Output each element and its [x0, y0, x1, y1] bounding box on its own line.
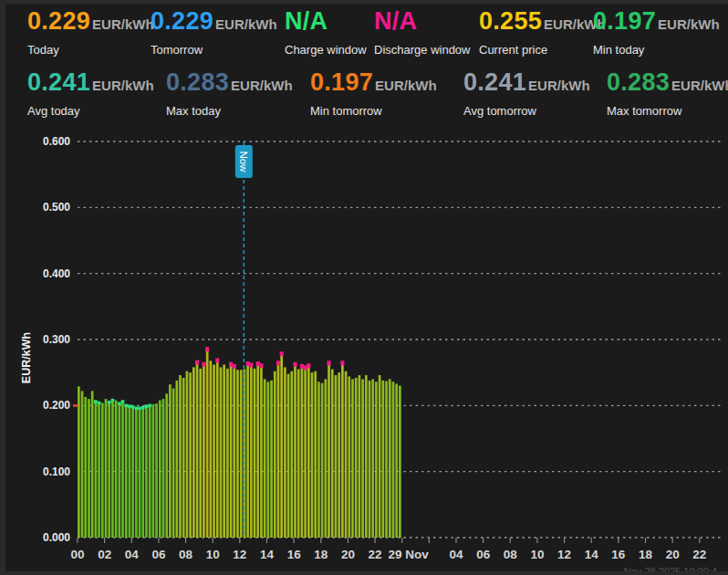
price-bar[interactable] — [351, 379, 354, 538]
price-bar[interactable] — [179, 375, 182, 538]
price-bar[interactable] — [381, 381, 384, 538]
price-bar[interactable] — [290, 371, 293, 538]
price-bar[interactable] — [324, 379, 327, 538]
price-bar[interactable] — [111, 400, 114, 538]
price-bar[interactable] — [226, 369, 229, 538]
price-bar[interactable] — [162, 399, 165, 538]
price-bar[interactable] — [369, 381, 371, 538]
price-bar[interactable] — [348, 377, 350, 538]
price-bar[interactable] — [105, 399, 108, 538]
price-bar[interactable] — [338, 372, 340, 538]
price-bar[interactable] — [260, 367, 263, 538]
price-bar[interactable] — [287, 374, 290, 538]
price-bar[interactable] — [301, 368, 304, 538]
price-bar[interactable] — [254, 369, 256, 538]
price-bar[interactable] — [81, 391, 84, 538]
price-bar[interactable] — [91, 391, 94, 538]
price-bar[interactable] — [240, 370, 243, 538]
price-bar[interactable] — [311, 372, 314, 538]
price-bar[interactable] — [108, 402, 110, 538]
price-bar[interactable] — [256, 365, 259, 538]
price-bar[interactable] — [189, 372, 192, 538]
price-bar[interactable] — [118, 402, 120, 538]
price-bar[interactable] — [165, 393, 168, 538]
price-bar[interactable] — [210, 361, 213, 538]
price-bar[interactable] — [294, 366, 296, 538]
price-bar[interactable] — [267, 382, 270, 538]
price-bar[interactable] — [307, 367, 310, 538]
price-bar[interactable] — [230, 366, 233, 538]
price-bar[interactable] — [159, 401, 161, 538]
price-bar[interactable] — [125, 405, 128, 538]
price-bar[interactable] — [182, 378, 185, 538]
price-bar[interactable] — [395, 383, 398, 538]
price-bar[interactable] — [78, 386, 80, 538]
price-bar[interactable] — [135, 408, 138, 538]
price-bar[interactable] — [196, 364, 199, 538]
price-bar[interactable] — [169, 384, 172, 538]
price-bar[interactable] — [220, 367, 223, 538]
price-bar[interactable] — [233, 368, 235, 538]
stat-max-today: 0.283EUR/kWh Max today — [166, 70, 293, 118]
price-bar[interactable] — [172, 389, 175, 538]
price-bar[interactable] — [115, 401, 118, 538]
price-bar[interactable] — [399, 386, 401, 538]
price-bar[interactable] — [152, 404, 155, 538]
stat-current-price: 0.255EUR/kWh Current price — [479, 9, 606, 57]
price-bar[interactable] — [304, 370, 307, 538]
price-bar[interactable] — [328, 364, 330, 538]
price-bar[interactable] — [84, 397, 87, 538]
peak-cap — [307, 363, 310, 368]
price-bar[interactable] — [155, 403, 158, 538]
price-chart[interactable]: 0.0000.1000.2000.3000.4000.5000.600EUR/k… — [5, 119, 728, 571]
price-bar[interactable] — [131, 406, 134, 538]
price-bar[interactable] — [121, 401, 124, 538]
price-bar[interactable] — [199, 369, 202, 538]
price-bar[interactable] — [139, 408, 141, 538]
price-bar[interactable] — [280, 355, 283, 538]
price-bar[interactable] — [101, 402, 104, 538]
price-bar[interactable] — [317, 382, 320, 538]
price-bar[interactable] — [88, 399, 90, 538]
price-bar[interactable] — [129, 405, 131, 538]
price-bar[interactable] — [284, 367, 286, 538]
price-bar[interactable] — [95, 401, 98, 538]
price-bar[interactable] — [385, 382, 388, 538]
price-bar[interactable] — [355, 378, 358, 538]
price-bar[interactable] — [341, 364, 344, 538]
price-bar[interactable] — [141, 407, 144, 538]
price-bar[interactable] — [206, 350, 209, 538]
price-bar[interactable] — [203, 366, 205, 538]
price-bar[interactable] — [359, 375, 361, 538]
price-bar[interactable] — [389, 379, 391, 538]
price-bar[interactable] — [145, 405, 148, 538]
price-bar[interactable] — [375, 382, 378, 538]
price-bar[interactable] — [270, 381, 273, 538]
price-bar[interactable] — [371, 379, 374, 538]
price-bar[interactable] — [314, 371, 317, 538]
price-bar[interactable] — [379, 375, 381, 538]
price-bar[interactable] — [213, 364, 215, 538]
price-bar[interactable] — [250, 367, 253, 538]
price-bar[interactable] — [175, 381, 178, 538]
min-cap — [145, 404, 149, 408]
price-bar[interactable] — [321, 383, 324, 538]
price-bar[interactable] — [392, 382, 395, 538]
price-bar[interactable] — [297, 370, 300, 538]
price-bar[interactable] — [361, 379, 364, 538]
price-bar[interactable] — [335, 375, 338, 538]
price-bar[interactable] — [277, 364, 280, 538]
price-bar[interactable] — [192, 367, 195, 538]
price-bar[interactable] — [264, 379, 266, 538]
price-bar[interactable] — [331, 370, 334, 538]
price-bar[interactable] — [186, 371, 189, 538]
price-bar[interactable] — [236, 370, 239, 538]
price-bar[interactable] — [345, 371, 348, 538]
price-bar[interactable] — [149, 405, 151, 538]
price-bar[interactable] — [365, 375, 368, 538]
price-bar[interactable] — [98, 402, 100, 538]
price-bar[interactable] — [216, 362, 219, 538]
price-bar[interactable] — [274, 371, 276, 538]
price-bar[interactable] — [246, 365, 249, 538]
price-bar[interactable] — [223, 364, 225, 538]
